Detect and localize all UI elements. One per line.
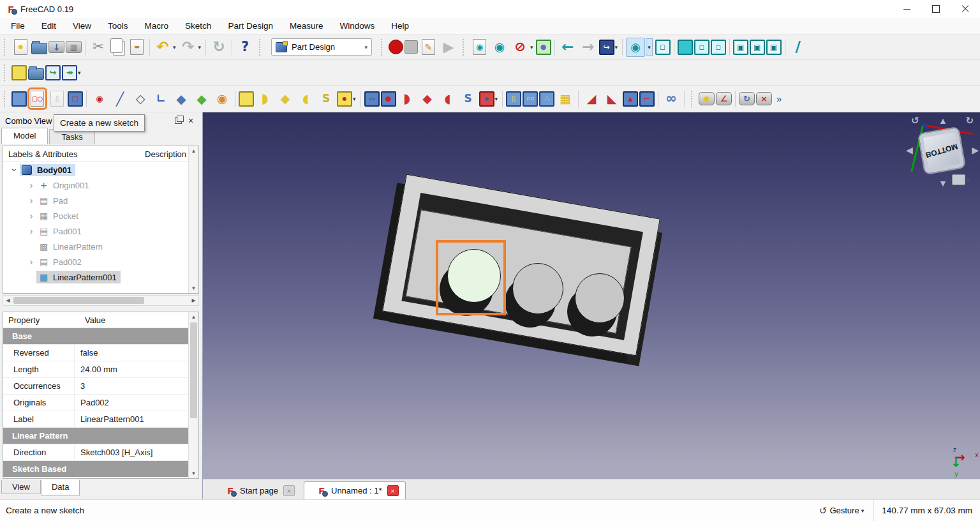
tab-model[interactable]: Model — [1, 128, 48, 144]
create-group-button[interactable] — [28, 68, 44, 80]
menu-item-tools[interactable]: Tools — [100, 19, 137, 33]
close-tab-icon[interactable]: × — [283, 485, 295, 496]
create-sketch-button[interactable]: ▢○ — [31, 91, 44, 107]
scrollbar-thumb[interactable] — [190, 322, 197, 418]
mini-cube-button[interactable] — [952, 174, 965, 185]
additive-primitive-dropdown[interactable]: ▾ — [353, 96, 356, 102]
navigate-forward-button[interactable]: → — [579, 38, 598, 57]
rotate-cw-icon[interactable]: ↻ — [965, 115, 974, 126]
expander-icon[interactable]: › — [26, 227, 36, 236]
groove-button[interactable]: ◗ — [397, 89, 417, 109]
map-sketch-to-face-button[interactable]: ▢ — [68, 91, 83, 107]
menu-item-edit[interactable]: Edit — [33, 19, 64, 33]
revolution-button[interactable]: ◗ — [255, 89, 274, 109]
nav-arrow-up-icon[interactable]: ▲ — [939, 116, 947, 125]
tree-item-content[interactable]: ▩LinearPattern001 — [36, 271, 121, 283]
thickness-button[interactable]: ⌐ — [639, 91, 655, 107]
pad-button[interactable] — [239, 91, 254, 107]
nav-arrow-right-icon[interactable]: ▶ — [972, 146, 979, 155]
subtractive-loft-button[interactable]: ◆ — [418, 89, 437, 109]
hole-button[interactable]: ● — [381, 91, 396, 107]
property-row-originals[interactable]: OriginalsPad002 — [3, 395, 189, 411]
draw-style-dropdown[interactable]: ▾ — [530, 44, 533, 50]
undo-dropdown[interactable]: ▾ — [173, 44, 176, 50]
tab-start-page[interactable]: F Start page × — [213, 482, 301, 499]
tree-item-content[interactable]: ▤Pad001 — [36, 225, 85, 238]
property-row-length[interactable]: Length24.00 mm — [3, 361, 189, 378]
draft-button[interactable]: ▲ — [623, 91, 638, 107]
property-group-sketch-based[interactable]: Sketch Based — [3, 461, 189, 478]
close-panel-button[interactable]: × — [184, 115, 197, 126]
create-datum-point-button[interactable]: ◉ — [90, 89, 109, 109]
view-rear-button[interactable]: ▣ — [733, 40, 748, 55]
tree-item-content[interactable]: ▤Pad — [36, 194, 71, 207]
tree-item-content[interactable]: ▤Pad002 — [36, 255, 85, 268]
measure-refresh-button[interactable]: ↻ — [739, 92, 755, 105]
additive-primitive-button[interactable]: ● — [337, 91, 352, 107]
axonometric-view-button[interactable]: ◻ — [655, 40, 671, 55]
cut-button[interactable]: ✂ — [89, 38, 108, 57]
property-value[interactable]: Sketch003 [H_Axis] — [75, 448, 152, 457]
toolbar-drag-handle[interactable] — [4, 91, 8, 107]
float-panel-button[interactable] — [172, 115, 184, 126]
macro-stop-button[interactable] — [405, 40, 418, 54]
subtractive-helix-button[interactable]: S — [459, 89, 478, 109]
additive-loft-button[interactable]: ◆ — [276, 89, 295, 109]
scroll-right-icon[interactable]: ▶ — [189, 296, 198, 305]
measure-clear-all-button[interactable]: × — [756, 92, 772, 105]
property-value[interactable]: 24.00 mm — [75, 365, 117, 374]
nav-cube-menu-icon[interactable]: ▾ — [967, 177, 970, 183]
polar-pattern-button[interactable]: ∴ — [539, 91, 554, 107]
make-link-group-button[interactable]: ↠ — [62, 65, 77, 80]
close-tab-icon[interactable]: × — [387, 485, 399, 496]
create-clone-button[interactable]: ◉ — [212, 89, 232, 109]
scroll-left-icon[interactable]: ◀ — [3, 296, 13, 305]
expander-icon[interactable]: › — [26, 196, 36, 205]
measure-distance-button[interactable]: / — [789, 38, 808, 57]
pad-cylinder-top-3[interactable] — [575, 273, 625, 323]
tree-column-description[interactable]: Description — [145, 149, 186, 159]
create-datum-plane-button[interactable]: ◇ — [131, 89, 150, 109]
tree-item-content[interactable]: ▦Pocket — [36, 209, 82, 222]
refresh-button[interactable]: ↻ — [209, 38, 228, 57]
toolbar-drag-handle[interactable] — [4, 39, 8, 56]
property-row-occurrences[interactable]: Occurrences3 — [3, 378, 189, 395]
nav-arrow-down-icon[interactable]: ▼ — [939, 179, 947, 188]
subtractive-primitive-button[interactable]: ● — [479, 91, 494, 107]
property-vertical-scrollbar[interactable]: ▲ ▼ — [188, 312, 198, 478]
tree-item-origin001[interactable]: ›+Origin001 — [3, 177, 198, 193]
menu-item-help[interactable]: Help — [383, 19, 417, 33]
close-button[interactable] — [951, 0, 980, 18]
property-row-reversed[interactable]: Reversedfalse — [3, 345, 189, 361]
sync-view-dropdown[interactable]: ▾ — [646, 38, 653, 56]
create-datum-line-button[interactable]: ╱ — [110, 89, 130, 109]
edit-sketch-button[interactable]: ⇩ — [50, 91, 64, 107]
nav-arrow-left-icon[interactable]: ◀ — [906, 146, 913, 155]
menu-item-macro[interactable]: Macro — [137, 19, 177, 33]
tab-unnamed-document[interactable]: F Unnamed : 1* × — [304, 481, 406, 499]
pad-cylinder-top-2[interactable] — [512, 263, 563, 314]
tree-item-content[interactable]: ▩LinearPattern — [36, 240, 107, 253]
sync-view-button[interactable]: ◉ — [626, 38, 645, 57]
create-subshape-binder-button[interactable]: ◆ — [192, 89, 211, 109]
tree-column-labels[interactable]: Labels & Attributes — [3, 149, 77, 159]
toolbar-drag-handle[interactable] — [463, 39, 467, 56]
property-row-label[interactable]: LabelLinearPattern001 — [3, 411, 189, 428]
toolbar-drag-handle[interactable] — [259, 39, 264, 56]
redo-dropdown[interactable]: ▾ — [198, 44, 202, 50]
make-link-group-dropdown[interactable]: ▾ — [78, 70, 81, 76]
new-document-button[interactable]: ● — [14, 39, 27, 55]
scrollbar-thumb[interactable] — [13, 297, 144, 304]
boolean-operation-button[interactable]: ∞ — [662, 89, 681, 109]
fit-all-button[interactable]: ◉ — [473, 39, 486, 55]
macro-play-button[interactable]: ▶ — [439, 38, 458, 57]
multitransform-button[interactable]: ▦ — [556, 89, 575, 109]
open-document-button[interactable] — [31, 43, 47, 54]
go-to-linked-object-button[interactable]: ↪ — [599, 40, 614, 55]
property-value[interactable]: false — [75, 348, 98, 358]
additive-pipe-button[interactable]: ◖ — [296, 89, 315, 109]
subtractive-primitive-dropdown[interactable]: ▾ — [495, 96, 498, 102]
toolbar-drag-handle[interactable] — [691, 91, 695, 107]
paste-button[interactable]: ▬ — [130, 39, 144, 55]
menu-item-file[interactable]: File — [3, 19, 33, 33]
